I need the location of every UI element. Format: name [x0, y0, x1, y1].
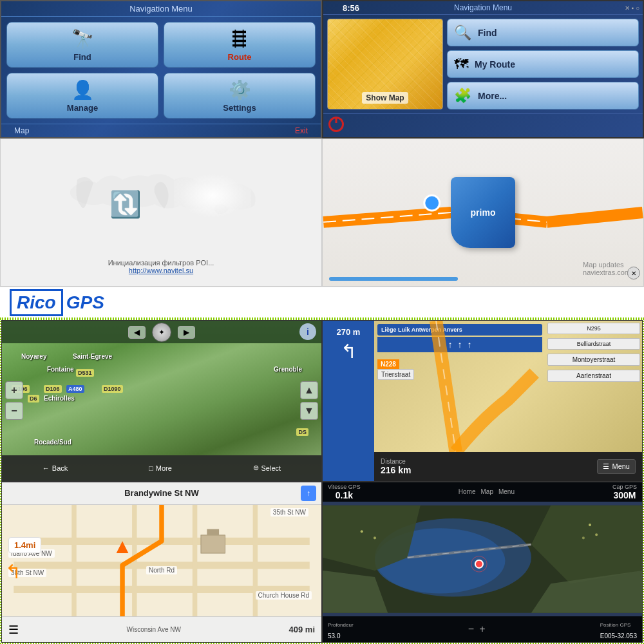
satellite-top-bar: Vitesse GPS 0.1k Home Map Menu Cap GPS 3…	[323, 482, 642, 502]
sync-button[interactable]: ↑	[301, 486, 316, 501]
my-route-icon: 🗺	[454, 56, 468, 73]
left-grid: 🔭 Find 🛤 Route 👤 Manage ⚙️ Settings	[1, 17, 321, 124]
primo-update-text: Map updates naviextras.com	[583, 261, 630, 276]
binoculars-icon: 🔭	[71, 28, 94, 50]
main-container: Navigation Menu 🔭 Find 🛤 Route 👤 Manage …	[0, 0, 644, 644]
my-route-button[interactable]: 🗺 My Route	[447, 50, 639, 78]
navitel-glow	[174, 170, 251, 222]
zoom-out-button[interactable]: −	[5, 402, 23, 420]
satellite-bottom-bar: Profondeur 53.0 − + Position GPS E005-32…	[323, 616, 642, 642]
window-controls: ✕ ▪ ○	[625, 5, 639, 12]
map-button[interactable]: Map	[14, 126, 29, 135]
map-btn[interactable]: Map	[481, 488, 493, 495]
left-title-bar: Navigation Menu	[1, 1, 321, 17]
rocade-label: Rocade/Sud	[34, 439, 71, 446]
more-label: More	[156, 464, 172, 472]
more-btn[interactable]: □ More	[149, 464, 172, 472]
compass-button[interactable]: ✦	[152, 323, 171, 342]
route-button[interactable]: 🛤 Route	[164, 22, 316, 68]
more-sq-icon: □	[149, 464, 153, 472]
power-icon[interactable]	[328, 117, 344, 132]
menu-icon-button[interactable]: ☰	[8, 623, 19, 637]
manage-button[interactable]: 👤 Manage	[6, 73, 158, 118]
speed-indicator: Vitesse GPS 0.1k	[328, 484, 361, 500]
grenoble-label: Grenoble	[274, 366, 302, 373]
settings-button[interactable]: ⚙️ Settings	[164, 73, 316, 118]
tilt-up-button[interactable]: ▲	[300, 381, 318, 399]
my-route-label: My Route	[475, 59, 515, 70]
svg-rect-16	[207, 529, 219, 535]
exit-button[interactable]: Exit	[295, 126, 308, 135]
grenoble-map-content: Noyarey Saint-Egreve Fontaine Grenoble D…	[2, 343, 321, 455]
map-thumbnail[interactable]: Show Map	[327, 19, 443, 109]
svg-point-28	[582, 536, 585, 539]
distance-value: 216 km	[381, 465, 411, 475]
zoom-plus-sat[interactable]: +	[479, 623, 485, 635]
distance-badge: 1.4mi	[8, 537, 41, 553]
street-sidebar: N295 Belliardstraat Montoyerstraat Aarle…	[545, 321, 642, 423]
right-buttons: 🔍 Find 🗺 My Route 🧩 More...	[447, 19, 639, 109]
primo-close-button[interactable]: ✕	[627, 267, 640, 279]
satellite-map-area	[323, 502, 642, 617]
35th-st-label: 35th St NW	[270, 508, 308, 516]
back-arrow-icon: ←	[43, 464, 50, 472]
show-map-label[interactable]: Show Map	[362, 92, 408, 104]
satellite-map-svg	[323, 502, 642, 617]
grenoble-top-bar: ◀ ✦ ▶ i	[2, 321, 321, 343]
noyarey-label: Noyarey	[21, 353, 46, 360]
turn-arrow-brandywine: ↰	[5, 560, 21, 583]
tilt-down-button[interactable]: ▼	[300, 402, 318, 420]
svg-point-5	[424, 195, 440, 211]
d6-label: D6	[28, 395, 39, 402]
menu-label: Menu	[612, 462, 630, 470]
belgium-map-area: Liège Luik Antwerpen Anvers ↑ ↑ ↑ N228 T…	[374, 321, 642, 452]
primo-screen: primo Map updates naviextras.com ✕	[322, 138, 644, 287]
sat-bottom-controls: − +	[468, 623, 486, 635]
zoom-in-button[interactable]: +	[5, 381, 23, 399]
profondeur-label: Profondeur	[328, 622, 354, 628]
grenoble-bottom-bar: ← Back □ More ⊕ Select	[2, 455, 321, 481]
ds-label: DS	[296, 428, 308, 436]
forward-nav-btn[interactable]: ▶	[178, 326, 195, 339]
d1090-label: D1090	[102, 385, 123, 393]
navitel-arrow-icon: 🔃	[109, 189, 142, 220]
select-button[interactable]: ⊕ Select	[253, 464, 281, 472]
navitel-url: http://www.navitel.su	[129, 267, 193, 274]
settings-icon: ⚙️	[229, 79, 251, 100]
find-nav-button[interactable]: 🔍 Find	[447, 19, 639, 46]
back-button[interactable]: ← Back	[43, 464, 68, 472]
find-button[interactable]: 🔭 Find	[6, 22, 158, 68]
right-title-bar: 8:56 Navigation Menu ✕ ▪ ○	[323, 1, 643, 15]
menu-button-belgium[interactable]: ☰ Menu	[597, 459, 636, 474]
time-display: 8:56	[343, 3, 359, 13]
top-controls: Home Map Menu	[459, 488, 515, 495]
svg-point-22	[475, 560, 483, 567]
belgium-bottom-bar: Distance 216 km ☰ Menu	[374, 452, 642, 481]
more-icon: 🧩	[454, 88, 471, 104]
info-button[interactable]: i	[299, 323, 316, 340]
select-icon: ⊕	[253, 464, 259, 472]
church-house-label: Church House Rd	[256, 591, 312, 600]
power-button-area	[323, 113, 643, 137]
home-btn[interactable]: Home	[459, 488, 476, 495]
primo-logo-container: primo	[451, 177, 515, 248]
more-label: More...	[478, 91, 507, 101]
more-button[interactable]: 🧩 More...	[447, 82, 639, 109]
d106-2-label: D106	[44, 385, 62, 393]
left-zoom-controls: + −	[5, 381, 23, 420]
svg-rect-15	[201, 535, 225, 553]
position-info: Position GPS E005-32.053	[600, 618, 637, 641]
back-nav-btn[interactable]: ◀	[128, 326, 146, 339]
echirolles-label: Echirolles	[44, 395, 75, 402]
brandywine-map: 35th St NW Idaho Ave NW North Rd 38th St…	[2, 505, 321, 617]
grenoble-screen: ◀ ✦ ▶ i Noyarey Saint-Egreve Fontaine Gr…	[1, 320, 322, 482]
menu-sat-btn[interactable]: Menu	[498, 488, 515, 495]
world-map-container: 🔃	[58, 151, 264, 254]
zoom-minus-sat[interactable]: −	[468, 623, 474, 635]
montoyerstraat-sign[interactable]: Montoyerstraat	[547, 354, 640, 366]
manage-icon: 👤	[71, 79, 94, 100]
distance-mi: 1.4mi	[14, 540, 35, 550]
svg-point-27	[595, 533, 598, 536]
turn-arrow-icon: ↰	[341, 340, 357, 363]
bottom-area: ◀ ✦ ▶ i Noyarey Saint-Egreve Fontaine Gr…	[0, 319, 644, 644]
